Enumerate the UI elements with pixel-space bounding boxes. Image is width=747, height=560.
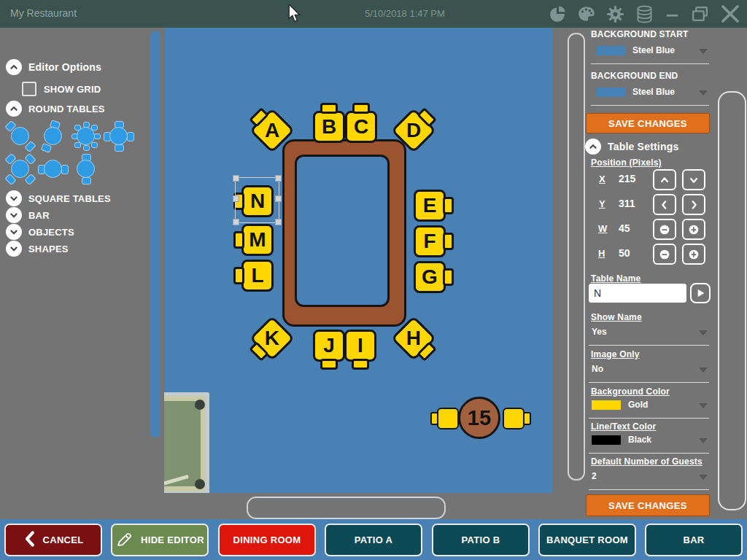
round-table-15[interactable]: 15	[458, 397, 500, 439]
selection-handle[interactable]	[275, 195, 282, 202]
width-minus-button[interactable]	[653, 219, 676, 240]
default-guests-label: Default Number of Guests	[591, 456, 703, 467]
round-table-2-seats-vertical-icon[interactable]	[73, 156, 99, 182]
gear-icon[interactable]	[606, 5, 624, 23]
round-table-2-seats-icon[interactable]	[40, 123, 66, 149]
table-settings-header[interactable]: Table Settings	[585, 139, 678, 155]
selection-handle[interactable]	[275, 219, 282, 225]
background-start-dropdown[interactable]: Steel Blue	[591, 44, 709, 61]
background-end-dropdown[interactable]: Steel Blue	[591, 85, 709, 103]
width-plus-button[interactable]	[682, 219, 705, 240]
selection-handle[interactable]	[233, 195, 239, 202]
pie-chart-icon[interactable]	[549, 5, 567, 23]
datetime: 5/10/2018 1:47 PM	[365, 8, 445, 19]
round-table-8-seats-icon[interactable]	[73, 123, 99, 149]
pool-pocket	[195, 400, 205, 410]
floorplan-canvas[interactable]: A D H K B C E F G I J L M N 15	[164, 28, 552, 493]
chair[interactable]	[437, 408, 459, 429]
chair[interactable]: L	[241, 260, 274, 292]
chevron-down-icon	[6, 224, 22, 240]
section-shapes[interactable]: SHAPES	[6, 241, 69, 257]
minimize-icon[interactable]	[665, 6, 681, 22]
image-only-dropdown[interactable]: No	[589, 362, 709, 380]
panel-scrollbar-thumb[interactable]	[718, 91, 746, 510]
save-changes-button[interactable]: SAVE CHANGES	[586, 113, 710, 133]
round-table-2-seats-diagonal-icon[interactable]	[7, 123, 34, 149]
chair[interactable]: E	[414, 190, 446, 222]
selection-box	[235, 177, 279, 223]
chevron-down-icon	[6, 207, 22, 223]
bar-button[interactable]: BAR	[645, 524, 743, 556]
dining-room-button[interactable]: DINING ROOM	[218, 524, 316, 556]
section-label: BAR	[28, 210, 50, 221]
cancel-button[interactable]: CANCEL	[4, 524, 102, 556]
chair[interactable]: J	[313, 330, 345, 362]
show-grid-checkbox[interactable]	[22, 82, 36, 96]
table-name-label: Table Name	[591, 273, 640, 284]
round-table-4-seats-icon[interactable]	[106, 123, 132, 149]
line-text-color-dropdown[interactable]: Black	[589, 433, 709, 451]
section-objects[interactable]: OBJECTS	[6, 224, 74, 240]
chevron-down-icon	[6, 190, 22, 206]
editor-options-header[interactable]: Editor Options	[6, 59, 101, 75]
chair[interactable]: B	[313, 111, 345, 143]
close-icon[interactable]	[719, 3, 741, 25]
selection-handle[interactable]	[275, 175, 282, 182]
show-name-label: Show Name	[591, 312, 642, 322]
section-round-tables[interactable]: ROUND TABLES	[6, 101, 105, 117]
color-swatch	[592, 435, 621, 445]
height-plus-button[interactable]	[682, 244, 705, 265]
w-label: W	[598, 223, 607, 234]
x-value: 215	[619, 173, 635, 184]
hide-editor-button[interactable]: HIDE EDITOR	[111, 524, 209, 556]
banquet-table[interactable]	[282, 139, 406, 327]
move-down-button[interactable]	[682, 169, 705, 190]
table-name-input[interactable]	[589, 284, 686, 303]
round-table-4-seats-diagonal-icon[interactable]	[7, 156, 34, 182]
height-minus-button[interactable]	[653, 244, 676, 265]
save-changes-button-bottom[interactable]: SAVE CHANGES	[586, 494, 710, 516]
color-swatch	[596, 88, 625, 97]
section-square-tables[interactable]: SQUARE TABLES	[6, 190, 111, 206]
chevron-down-icon	[699, 368, 708, 373]
canvas-scrollbar-thumb[interactable]	[568, 33, 585, 481]
section-bar[interactable]: BAR	[6, 207, 50, 223]
round-table-2-seats-horizontal-icon[interactable]	[40, 156, 66, 182]
database-icon[interactable]	[635, 4, 654, 24]
chair[interactable]: I	[344, 330, 376, 362]
pool-pocket	[195, 479, 205, 489]
move-up-button[interactable]	[653, 169, 676, 190]
section-label: ROUND TABLES	[28, 104, 105, 114]
section-label: SHAPES	[28, 244, 69, 254]
banquet-table-hole	[295, 155, 390, 307]
selection-handle[interactable]	[233, 175, 239, 182]
horizontal-scrollbar-thumb[interactable]	[247, 497, 446, 519]
move-right-button[interactable]	[682, 194, 705, 215]
chevron-up-icon	[6, 101, 22, 117]
restore-icon[interactable]	[691, 5, 709, 23]
sidebar-scrollbar-thumb[interactable]	[150, 31, 160, 438]
banquet-room-button[interactable]: BANQUET ROOM	[538, 524, 636, 556]
patio-a-button[interactable]: PATIO A	[325, 524, 422, 556]
chair[interactable]: G	[414, 261, 446, 293]
patio-b-button[interactable]: PATIO B	[432, 524, 530, 556]
default-guests-dropdown[interactable]: 2	[589, 470, 709, 487]
color-swatch	[592, 400, 621, 410]
back-chevron-icon	[23, 531, 36, 549]
apply-name-button[interactable]	[690, 283, 711, 303]
show-name-dropdown[interactable]: Yes	[589, 325, 709, 343]
h-value: 50	[619, 247, 630, 259]
chair[interactable]: M	[241, 224, 274, 256]
mouse-cursor	[287, 4, 303, 26]
chair[interactable]: C	[345, 111, 377, 143]
move-left-button[interactable]	[653, 194, 676, 215]
chevron-down-icon	[699, 475, 708, 480]
selection-handle[interactable]	[233, 219, 239, 225]
palette-icon[interactable]	[577, 4, 596, 23]
h-label: H	[598, 248, 605, 259]
chair[interactable]	[503, 408, 525, 429]
chair[interactable]: F	[414, 225, 446, 257]
pool-table[interactable]	[164, 392, 209, 493]
position-label: Position (Pixels)	[591, 158, 662, 168]
background-color-dropdown[interactable]: Gold	[589, 398, 709, 416]
